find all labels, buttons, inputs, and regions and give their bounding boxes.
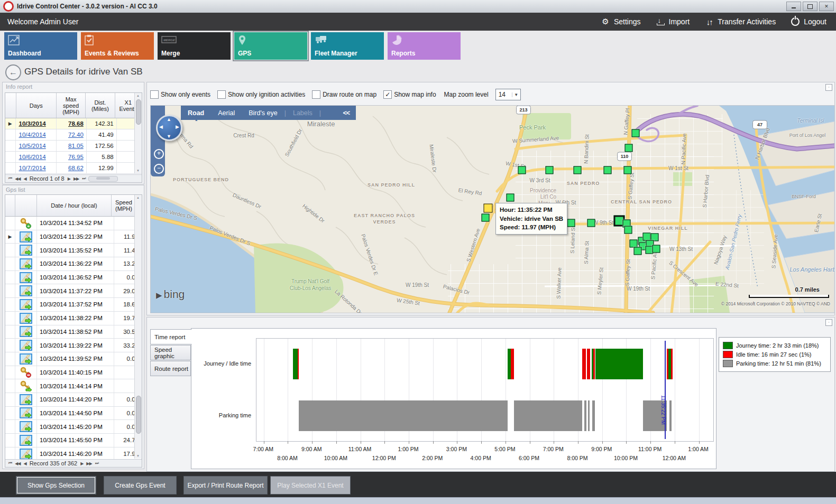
- maximize-button[interactable]: [803, 2, 817, 11]
- chart-tab-time-report[interactable]: Time report: [150, 329, 192, 344]
- map-view-road[interactable]: Road: [181, 109, 211, 117]
- gps-list-row[interactable]: +10/3/2014 11:34:52 PM: [5, 217, 142, 230]
- info-report-row[interactable]: 10/5/201481.05172.56: [5, 141, 142, 152]
- chart-tab-speed-graphic[interactable]: Speed graphic: [150, 345, 191, 360]
- settings-button[interactable]: ⚙Settings: [601, 17, 641, 26]
- pager-prev-icon[interactable]: ⏮: [8, 461, 12, 466]
- day-link[interactable]: 10/5/2014: [19, 143, 46, 149]
- map-view-bird-s-eye[interactable]: Bird's eye: [242, 109, 284, 117]
- gps-list-row[interactable]: 10/3/2014 11:39:22 PM33.21: [5, 339, 142, 352]
- gps-marker[interactable]: [574, 166, 582, 174]
- pager-next-icon[interactable]: ▶: [68, 176, 70, 181]
- gps-marker[interactable]: [624, 166, 632, 174]
- gps-list-row[interactable]: 10/3/2014 11:44:50 PM0.00: [5, 407, 142, 421]
- checkbox-show-map-info[interactable]: ✓Show map info: [383, 90, 436, 99]
- gps-marker[interactable]: [630, 240, 638, 248]
- map-view-labels[interactable]: Labels: [286, 109, 319, 117]
- close-button[interactable]: ✕: [819, 2, 834, 11]
- map-view-aerial[interactable]: Aerial: [211, 109, 242, 117]
- logout-button[interactable]: Logout: [791, 17, 826, 26]
- day-link[interactable]: 10/4/2014: [19, 132, 46, 138]
- pager-next-icon[interactable]: ⏭: [95, 461, 98, 466]
- chart-panel-collapse-button[interactable]: ▫: [825, 319, 832, 326]
- scroll-down-icon[interactable]: ▼: [136, 454, 140, 458]
- info-column-header[interactable]: Max speed (MPH): [57, 93, 86, 118]
- nav-tile-reports[interactable]: Reports: [388, 32, 461, 60]
- map-zoom-out-button[interactable]: −: [154, 164, 164, 174]
- map-bar-collapse-button[interactable]: <<: [343, 109, 356, 117]
- gps-table-scrollbar[interactable]: ▲▼: [134, 195, 142, 459]
- footer-button-create-gps-event[interactable]: Create Gps Event: [104, 476, 177, 494]
- gps-list-row[interactable]: 10/3/2014 11:39:52 PM0.00: [5, 352, 142, 366]
- map-panel-collapse-button[interactable]: ▫: [825, 84, 832, 91]
- gps-marker[interactable]: [604, 166, 612, 174]
- info-column-header[interactable]: Dist. (Miles): [86, 93, 115, 118]
- map-zoom-level-select[interactable]: 14 ▼: [495, 89, 521, 100]
- gps-column-header[interactable]: Speed (MPH): [112, 195, 136, 216]
- gps-list-row[interactable]: ▶10/3/2014 11:35:22 PM11.97: [5, 230, 142, 244]
- pager-prev-icon[interactable]: ◀◀: [15, 176, 20, 181]
- nav-tile-gps[interactable]: GPS: [234, 32, 307, 60]
- day-link[interactable]: 10/6/2014: [19, 154, 46, 160]
- gps-list-row[interactable]: 10/3/2014 11:37:52 PM18.63: [5, 298, 142, 312]
- max-speed-link[interactable]: 68.62: [68, 165, 84, 171]
- gps-marker[interactable]: [632, 129, 640, 137]
- scrollbar-thumb[interactable]: [136, 396, 141, 434]
- pager-prev-icon[interactable]: ◀: [24, 461, 26, 466]
- gps-column-header[interactable]: Date / hour (local): [37, 195, 112, 216]
- pager-hscrollbar[interactable]: [88, 176, 118, 182]
- checkbox-show-only-events[interactable]: Show only events: [150, 90, 210, 99]
- max-speed-link[interactable]: 76.95: [68, 154, 84, 160]
- gps-marker[interactable]: [624, 226, 632, 234]
- gps-list-row[interactable]: 10/3/2014 11:36:22 PM13.28: [5, 257, 142, 271]
- pan-right-icon[interactable]: ▶: [176, 124, 179, 129]
- chart-tab-route-report[interactable]: Route report: [150, 361, 191, 376]
- info-report-row[interactable]: 10/7/201468.6212.99: [5, 163, 142, 174]
- scroll-down-icon[interactable]: ▼: [136, 169, 140, 172]
- map-compass-control[interactable]: ▲ ▼ ◀ ▶: [156, 115, 182, 141]
- gps-list-row[interactable]: 10/3/2014 11:44:14 PM: [5, 379, 142, 393]
- nav-tile-merge[interactable]: MERGEMerge: [158, 32, 231, 60]
- gps-list-row[interactable]: 10/3/2014 11:38:52 PM30.55: [5, 325, 142, 339]
- gps-list-row[interactable]: 10/3/2014 11:35:52 PM11.47: [5, 244, 142, 257]
- pager-prev-icon[interactable]: ◀◀: [15, 461, 20, 466]
- pan-up-icon[interactable]: ▲: [167, 117, 171, 122]
- transfer-activities-button[interactable]: ↓↑Transfer Activities: [704, 17, 776, 26]
- gps-list-row[interactable]: 10/3/2014 11:40:15 PM: [5, 366, 142, 380]
- footer-button-show-gps-selection[interactable]: Show Gps Selection: [16, 476, 96, 494]
- map-canvas[interactable]: RoadAerialBird's eye|Labels|<< ▲ ▼ ◀ ▶ +…: [150, 105, 835, 313]
- checkbox-draw-route-on-map[interactable]: Draw route on map: [312, 90, 376, 99]
- nav-tile-fleet-manager[interactable]: Fleet Manager: [311, 32, 384, 60]
- gps-marker[interactable]: [567, 219, 575, 227]
- day-link[interactable]: 10/3/2014: [19, 120, 46, 127]
- max-speed-link[interactable]: 72.40: [68, 132, 84, 138]
- nav-tile-dashboard[interactable]: Dashboard: [4, 32, 77, 60]
- gps-marker[interactable]: [546, 166, 554, 174]
- scrollbar-thumb[interactable]: [136, 99, 141, 125]
- info-column-header[interactable]: Days: [16, 93, 57, 118]
- gps-marker[interactable]: [634, 247, 642, 255]
- scroll-up-icon[interactable]: ▲: [136, 196, 140, 199]
- day-link[interactable]: 10/7/2014: [19, 165, 46, 171]
- gps-list-row[interactable]: 10/3/2014 11:38:22 PM19.70: [5, 312, 142, 325]
- gps-list-row[interactable]: 10/3/2014 11:44:20 PM0.00: [5, 393, 142, 407]
- gps-marker[interactable]: [643, 233, 651, 241]
- back-button[interactable]: ←: [5, 64, 21, 80]
- gps-list-row[interactable]: 10/3/2014 11:36:52 PM0.00: [5, 271, 142, 285]
- gps-marker[interactable]: [482, 214, 490, 222]
- gps-list-row[interactable]: 10/3/2014 11:45:20 PM0.00: [5, 420, 142, 434]
- footer-button-export-print-route-report[interactable]: Export / Print Route Report: [183, 476, 268, 494]
- pan-left-icon[interactable]: ◀: [159, 124, 163, 129]
- pager-prev-icon[interactable]: ⏮: [8, 176, 12, 181]
- import-button[interactable]: Import: [656, 17, 690, 26]
- info-report-row[interactable]: ▶10/3/201478.68142.31: [5, 118, 142, 129]
- pager-next-icon[interactable]: ▶: [80, 461, 83, 466]
- scroll-up-icon[interactable]: ▲: [136, 94, 140, 97]
- gps-marker[interactable]: [507, 194, 515, 202]
- gps-marker[interactable]: [518, 166, 526, 174]
- max-speed-link[interactable]: 78.68: [68, 120, 84, 127]
- selected-gps-marker[interactable]: [484, 204, 493, 213]
- nav-tile-events-reviews[interactable]: Events & Reviews: [81, 32, 154, 60]
- pager-next-icon[interactable]: ⏭: [82, 176, 85, 181]
- gps-marker[interactable]: [625, 144, 633, 152]
